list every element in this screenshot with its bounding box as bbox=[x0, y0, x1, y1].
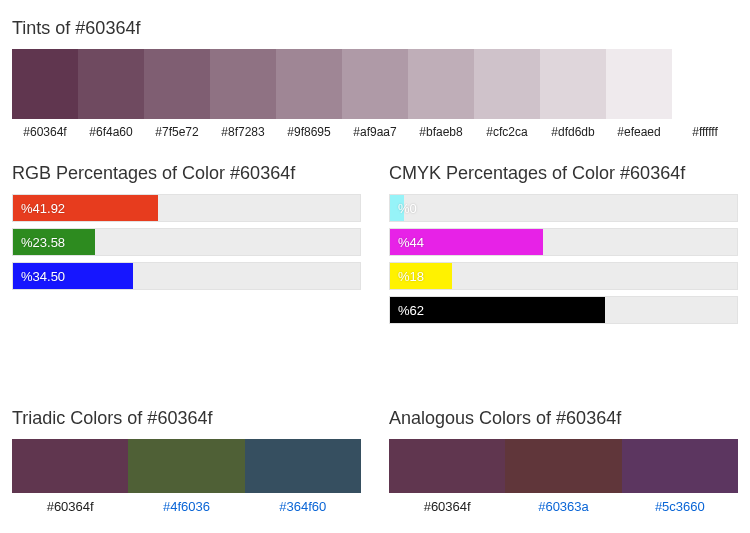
tint-label: #6f4a60 bbox=[78, 125, 144, 139]
tint-label: #bfaeb8 bbox=[408, 125, 474, 139]
tint-label: #cfc2ca bbox=[474, 125, 540, 139]
analogous-title: Analogous Colors of #60364f bbox=[389, 408, 738, 429]
analogous-label[interactable]: #5c3660 bbox=[622, 499, 738, 514]
analogous-swatch bbox=[505, 439, 621, 493]
cmyk-bar-label: %44 bbox=[398, 235, 424, 250]
tint-label: #efeaed bbox=[606, 125, 672, 139]
tint-swatch bbox=[210, 49, 276, 119]
tint-swatch bbox=[78, 49, 144, 119]
triadic-title: Triadic Colors of #60364f bbox=[12, 408, 361, 429]
triadic-label[interactable]: #364f60 bbox=[245, 499, 361, 514]
tint-swatch bbox=[606, 49, 672, 119]
rgb-bar-label: %34.50 bbox=[21, 269, 65, 284]
tint-swatch bbox=[540, 49, 606, 119]
triadic-swatch bbox=[245, 439, 361, 493]
tint-swatch bbox=[408, 49, 474, 119]
triadic-label[interactable]: #4f6036 bbox=[128, 499, 244, 514]
triadic-scheme: Triadic Colors of #60364f #60364f#4f6036… bbox=[12, 400, 361, 514]
cmyk-bar: %44 bbox=[389, 228, 738, 256]
triadic-swatch bbox=[128, 439, 244, 493]
tint-swatch bbox=[276, 49, 342, 119]
analogous-swatch bbox=[389, 439, 505, 493]
tints-strip bbox=[12, 49, 738, 119]
analogous-label[interactable]: #60363a bbox=[505, 499, 621, 514]
analogous-swatch bbox=[622, 439, 738, 493]
tint-label: #ffffff bbox=[672, 125, 738, 139]
cmyk-bar: %18 bbox=[389, 262, 738, 290]
tint-label: #dfd6db bbox=[540, 125, 606, 139]
rgb-bar: %41.92 bbox=[12, 194, 361, 222]
tint-label: #60364f bbox=[12, 125, 78, 139]
tint-label: #9f8695 bbox=[276, 125, 342, 139]
triadic-label: #60364f bbox=[12, 499, 128, 514]
cmyk-bar: %0 bbox=[389, 194, 738, 222]
tint-swatch bbox=[672, 49, 738, 119]
cmyk-bar: %62 bbox=[389, 296, 738, 324]
tint-swatch bbox=[342, 49, 408, 119]
rgb-title: RGB Percentages of Color #60364f bbox=[12, 163, 361, 184]
rgb-bar: %34.50 bbox=[12, 262, 361, 290]
cmyk-title: CMYK Percentages of Color #60364f bbox=[389, 163, 738, 184]
tint-swatch bbox=[144, 49, 210, 119]
rgb-bar-label: %41.92 bbox=[21, 201, 65, 216]
tint-label: #7f5e72 bbox=[144, 125, 210, 139]
cmyk-bar-label: %0 bbox=[398, 201, 417, 216]
rgb-column: RGB Percentages of Color #60364f %41.92%… bbox=[12, 155, 361, 330]
rgb-bar: %23.58 bbox=[12, 228, 361, 256]
analogous-scheme: Analogous Colors of #60364f #60364f#6036… bbox=[389, 400, 738, 514]
tint-swatch bbox=[12, 49, 78, 119]
tints-title: Tints of #60364f bbox=[12, 18, 738, 39]
tint-label: #8f7283 bbox=[210, 125, 276, 139]
analogous-label: #60364f bbox=[389, 499, 505, 514]
triadic-swatch bbox=[12, 439, 128, 493]
tints-labels: #60364f#6f4a60#7f5e72#8f7283#9f8695#af9a… bbox=[12, 125, 738, 139]
tint-label: #af9aa7 bbox=[342, 125, 408, 139]
cmyk-column: CMYK Percentages of Color #60364f %0%44%… bbox=[389, 155, 738, 330]
cmyk-bar-label: %62 bbox=[398, 303, 424, 318]
tint-swatch bbox=[474, 49, 540, 119]
rgb-bar-label: %23.58 bbox=[21, 235, 65, 250]
cmyk-bar-label: %18 bbox=[398, 269, 424, 284]
